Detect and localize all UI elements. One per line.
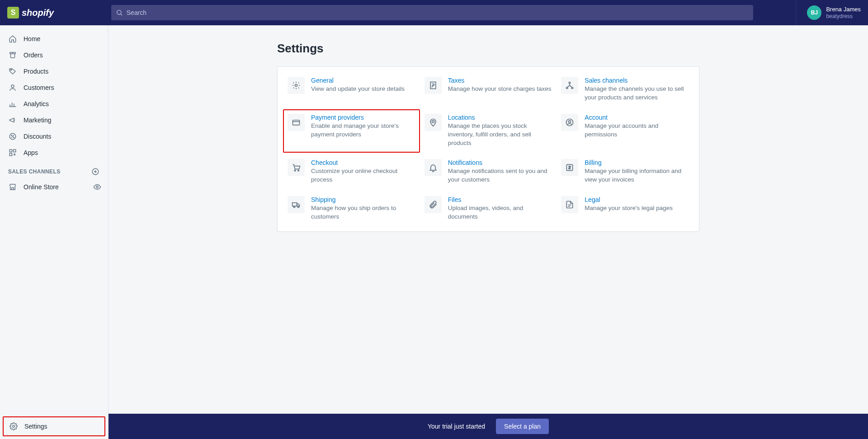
search-wrap [79, 5, 785, 20]
svg-line-1 [121, 14, 122, 15]
main-content: Settings General View and update your st… [108, 25, 868, 439]
svg-point-39 [293, 206, 295, 208]
sales-channels-header: SALES CHANNELS [0, 161, 108, 179]
sidebar-item-home[interactable]: Home [0, 31, 108, 47]
svg-point-21 [13, 425, 15, 428]
paperclip-icon [425, 196, 442, 213]
search-input[interactable] [127, 9, 749, 16]
svg-point-32 [432, 121, 434, 123]
tile-desc: Manage the channels you use to sell your… [585, 85, 689, 102]
settings-tile-general[interactable]: General View and update your store detai… [288, 77, 415, 102]
svg-point-0 [117, 10, 121, 14]
sidebar-item-label: Apps [24, 149, 38, 156]
svg-rect-12 [9, 149, 12, 152]
svg-point-3 [11, 85, 14, 88]
sidebar-item-label: Products [24, 68, 48, 75]
sidebar-item-orders[interactable]: Orders [0, 47, 108, 63]
sidebar-item-label: Home [24, 35, 40, 42]
orders-icon [8, 51, 17, 60]
discount-icon [8, 132, 17, 141]
gear-icon [9, 422, 18, 431]
settings-tile-checkout[interactable]: Checkout Customize your online checkout … [288, 159, 415, 184]
shopify-logo[interactable]: S shopify [7, 7, 54, 19]
sidebar-item-discounts[interactable]: Discounts [0, 128, 108, 145]
person-icon [8, 83, 17, 92]
settings-tile-notifications[interactable]: Notifications Manage notifications sent … [425, 159, 552, 184]
tile-desc: Customize your online checkout process [311, 167, 415, 184]
tile-desc: Manage notifications sent to you and you… [448, 167, 552, 184]
credit-card-icon [288, 114, 305, 131]
user-menu[interactable]: BJ Brena James beatydress [796, 0, 861, 25]
svg-point-27 [569, 82, 571, 84]
tile-desc: Enable and manage your store's payment p… [311, 122, 415, 139]
settings-tile-locations[interactable]: Locations Manage the places you stock in… [425, 114, 552, 148]
sidebar-item-label: Analytics [24, 100, 49, 107]
svg-line-26 [431, 84, 434, 88]
user-meta: Brena James beatydress [826, 6, 861, 19]
tile-title[interactable]: Sales channels [585, 77, 689, 84]
svg-point-29 [571, 87, 573, 89]
settings-tile-billing[interactable]: Billing Manage your billing information … [561, 159, 689, 184]
tile-title[interactable]: Locations [448, 114, 552, 121]
settings-tile-sales-channels[interactable]: Sales channels Manage the channels you u… [561, 77, 689, 102]
cart-icon [288, 159, 305, 176]
settings-tile-payment-providers[interactable]: Payment providers Enable and manage your… [283, 109, 420, 153]
tile-title[interactable]: Legal [585, 196, 689, 203]
apps-icon [8, 148, 17, 157]
topbar: S shopify BJ Brena James beatydress [0, 0, 868, 25]
search-icon [116, 9, 123, 16]
tile-title[interactable]: Shipping [311, 196, 415, 203]
sidebar-item-products[interactable]: Products [0, 63, 108, 79]
svg-rect-38 [292, 203, 297, 206]
tile-title[interactable]: Billing [585, 159, 689, 166]
svg-point-40 [297, 206, 299, 208]
settings-tile-taxes[interactable]: Taxes Manage how your store charges taxe… [425, 77, 552, 102]
avatar: BJ [807, 5, 821, 20]
account-icon [561, 114, 578, 131]
svg-point-10 [11, 135, 12, 136]
tile-title[interactable]: Account [585, 114, 689, 121]
tile-desc: Manage the places you stock inventory, f… [448, 122, 552, 148]
tile-title[interactable]: Taxes [448, 77, 552, 84]
sidebar-item-label: Online Store [24, 183, 59, 191]
sidebar-item-label: Orders [24, 51, 43, 59]
brand-name: shopify [22, 8, 54, 18]
settings-tile-files[interactable]: Files Upload images, videos, and documen… [425, 196, 552, 221]
sidebar-item-label: Marketing [24, 117, 51, 124]
tile-title[interactable]: Notifications [448, 159, 552, 166]
settings-tile-account[interactable]: Account Manage your accounts and permiss… [561, 114, 689, 148]
sidebar-item-marketing[interactable]: Marketing [0, 112, 108, 128]
settings-tile-shipping[interactable]: Shipping Manage how you ship orders to c… [288, 196, 415, 221]
view-store-icon[interactable] [93, 182, 102, 191]
tile-title[interactable]: Files [448, 196, 552, 203]
svg-point-11 [14, 137, 14, 138]
svg-point-35 [294, 170, 296, 172]
svg-point-22 [295, 84, 297, 87]
gear-icon [288, 77, 305, 94]
select-plan-button[interactable]: Select a plan [496, 419, 549, 434]
user-name: Brena James [826, 6, 861, 13]
sidebar-item-settings[interactable]: Settings [3, 416, 105, 436]
svg-point-20 [96, 186, 99, 188]
analytics-icon [8, 99, 17, 108]
home-icon [8, 34, 17, 43]
svg-rect-13 [14, 149, 16, 152]
tile-title[interactable]: Payment providers [311, 114, 415, 121]
add-channel-icon[interactable] [91, 167, 100, 176]
svg-point-34 [569, 121, 571, 123]
settings-tile-legal[interactable]: Legal Manage your store's legal pages [561, 196, 689, 221]
tile-title[interactable]: Checkout [311, 159, 415, 166]
svg-point-2 [11, 70, 12, 70]
sidebar-item-apps[interactable]: Apps [0, 145, 108, 161]
tile-desc: Manage your store's legal pages [585, 204, 689, 213]
tile-desc: Upload images, videos, and documents [448, 204, 552, 221]
sidebar-item-customers[interactable]: Customers [0, 79, 108, 96]
sidebar-item-analytics[interactable]: Analytics [0, 96, 108, 112]
svg-point-28 [566, 87, 568, 89]
settings-card: General View and update your store detai… [277, 66, 699, 232]
sidebar-item-online-store[interactable]: Online Store [0, 179, 93, 195]
search-field[interactable] [111, 5, 753, 20]
tile-title[interactable]: General [311, 77, 415, 84]
svg-rect-14 [9, 154, 12, 156]
location-icon [425, 114, 442, 131]
